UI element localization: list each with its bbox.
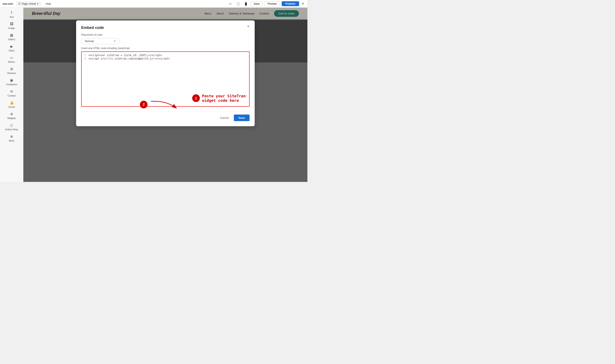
widgets-icon: ⊕ <box>10 112 13 116</box>
sections-icon: ⊞ <box>10 67 13 71</box>
code-editor[interactable]: 1 <script>var sitetran = {site_id: 2207}… <box>81 52 249 107</box>
sidebar-item-social-label: Social <box>9 106 15 108</box>
mobile-preview-icon[interactable]: 📱 <box>243 1 249 7</box>
line-number-1: 1 <box>82 54 88 57</box>
publish-button[interactable]: Publish <box>282 1 299 6</box>
sidebar-item-video-label: Video <box>9 49 15 52</box>
online-shop-icon: 🛒 <box>10 123 14 127</box>
placement-label: Placement of code <box>81 33 249 36</box>
code-content-1: <script>var sitetran = {site_id: 2207};<… <box>88 54 162 57</box>
sidebar-item-online-shop[interactable]: 🛒 Online Shop <box>2 122 21 132</box>
topbar: one.com 🗒 Page: Home ▼ Help ↩ 🕐 📱 Save P… <box>0 0 307 8</box>
main-content: Brew-tiful Day Menu About Delivery & Tak… <box>23 8 307 182</box>
page-label: Page: Home <box>22 2 36 5</box>
sidebar-item-containers-label: Containers <box>6 83 17 86</box>
contact-icon: ✉ <box>10 90 13 93</box>
sidebar-item-gallery-label: Gallery <box>8 38 15 40</box>
sidebar-item-image[interactable]: 🖼 Image <box>2 20 21 31</box>
social-icon: 👍 <box>10 101 14 105</box>
button-icon: ▭ <box>10 56 13 60</box>
save-button[interactable]: Save <box>250 1 262 6</box>
sidebar: T Text 🖼 Image ▦ Gallery ▶ Video ▭ Butto… <box>0 8 23 182</box>
code-line-1: 1 <script>var sitetran = {site_id: 2207}… <box>82 53 249 57</box>
undo-icon[interactable]: ↩ <box>227 1 233 7</box>
image-icon: 🖼 <box>10 22 13 26</box>
topbar-menu-icon[interactable]: ≡ <box>301 1 305 6</box>
chevron-down-icon: ▼ <box>114 40 116 42</box>
help-link[interactable]: Help <box>46 2 51 5</box>
code-content-2: <script src="//c.sitetran.com/widget/v3.… <box>88 57 170 60</box>
code-line-2: 2 <script src="//c.sitetran.com/widget/v… <box>82 57 249 60</box>
page-selector[interactable]: 🗒 Page: Home ▼ <box>16 2 41 6</box>
annotation-1-text: Paste your SiteTranwidget code here <box>202 94 246 103</box>
text-icon: T <box>11 11 13 15</box>
gallery-icon: ▦ <box>10 33 13 37</box>
sidebar-item-video[interactable]: ▶ Video <box>2 43 21 53</box>
sidebar-item-widgets[interactable]: ⊕ Widgets <box>2 110 21 121</box>
cancel-button[interactable]: Cancel <box>217 115 232 121</box>
insert-note: Insert any HTML code including JavaScrip… <box>81 47 249 50</box>
embed-code-modal: Embed code × Placement of code Normal ▼ … <box>76 20 255 126</box>
sidebar-item-contact-label: Contact <box>8 94 16 97</box>
annotation-1: 1 Paste your SiteTranwidget code here <box>192 94 246 103</box>
sidebar-item-more[interactable]: ⊕ More <box>2 133 21 144</box>
modal-close-button[interactable]: × <box>245 23 251 29</box>
history-icon[interactable]: 🕐 <box>235 1 241 7</box>
sidebar-item-text[interactable]: T Text <box>2 9 21 20</box>
annotation-2: 2 <box>140 99 179 110</box>
sidebar-item-contact[interactable]: ✉ Contact <box>2 88 21 99</box>
sidebar-item-image-label: Image <box>8 27 15 29</box>
logo: one.com <box>2 2 13 5</box>
placement-dropdown[interactable]: Normal ▼ <box>81 38 119 44</box>
modal-footer: 2 Cancel Save <box>81 112 249 121</box>
page-icon: 🗒 <box>18 2 21 5</box>
sidebar-item-button[interactable]: ▭ Button <box>2 54 21 65</box>
sidebar-item-text-label: Text <box>9 16 13 18</box>
annotation-circle-1: 1 <box>192 94 200 102</box>
sidebar-item-social[interactable]: 👍 Social <box>2 99 21 110</box>
video-icon: ▶ <box>10 44 13 49</box>
sidebar-item-more-label: More <box>9 139 14 142</box>
sidebar-item-sections-label: Sections <box>7 72 16 74</box>
arrow-annotation-svg <box>149 99 179 110</box>
sidebar-item-sections[interactable]: ⊞ Sections <box>2 65 21 76</box>
modal-overlay: Embed code × Placement of code Normal ▼ … <box>23 8 307 182</box>
more-icon: ⊕ <box>10 134 13 139</box>
sidebar-item-gallery[interactable]: ▦ Gallery <box>2 31 21 42</box>
annotation-1-num: 1 <box>195 96 197 100</box>
containers-icon: ▣ <box>10 78 13 82</box>
placement-value: Normal <box>85 39 94 43</box>
sidebar-item-containers[interactable]: ▣ Containers <box>2 77 21 87</box>
modal-title: Embed code <box>81 26 249 30</box>
line-number-2: 2 <box>82 57 88 60</box>
annotation-2-num: 2 <box>143 103 145 106</box>
preview-button[interactable]: Preview <box>264 1 280 6</box>
sidebar-item-button-label: Button <box>8 61 15 63</box>
page-arrow-icon: ▼ <box>37 3 39 5</box>
save-button[interactable]: Save <box>234 115 249 121</box>
annotation-circle-2: 2 <box>140 101 147 108</box>
topbar-right: ↩ 🕐 📱 Save Preview Publish ≡ <box>227 1 305 7</box>
sidebar-item-widgets-label: Widgets <box>7 117 16 119</box>
sidebar-item-online-shop-label: Online Shop <box>5 128 18 131</box>
